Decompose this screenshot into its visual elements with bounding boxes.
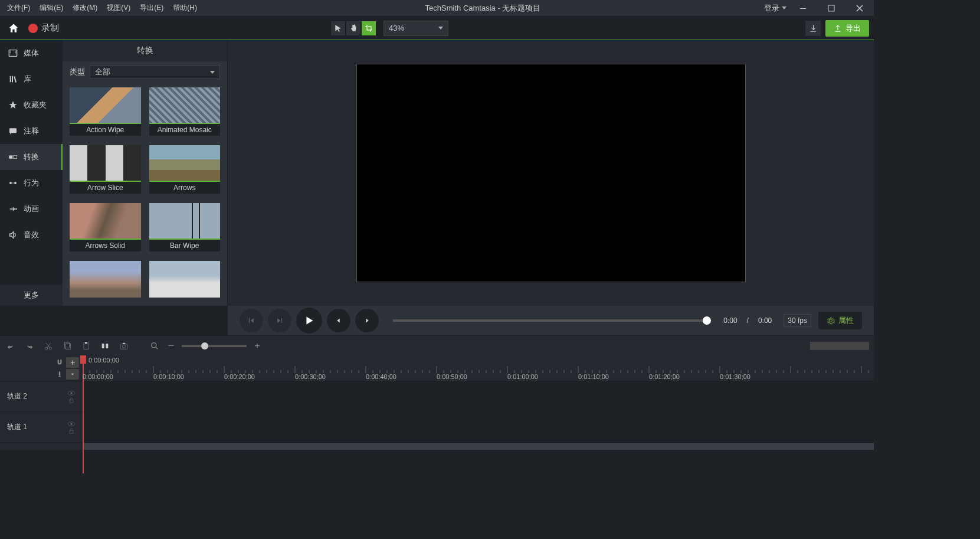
copy-button[interactable] <box>61 340 73 352</box>
svg-rect-0 <box>800 8 806 9</box>
slider-handle[interactable] <box>201 342 208 349</box>
scrubber-handle[interactable] <box>703 316 711 325</box>
sidebar-item-media[interactable]: 媒体 <box>0 40 63 66</box>
menu-export[interactable]: 导出(E) <box>135 1 168 15</box>
track-header[interactable]: 轨道 1 <box>0 412 83 442</box>
dropdown-icon <box>438 27 443 30</box>
zoom-out-button[interactable]: − <box>165 340 177 352</box>
maximize-button[interactable] <box>820 0 843 17</box>
menu-edit[interactable]: 编辑(E) <box>35 1 68 15</box>
crop-tool[interactable] <box>361 21 376 36</box>
login-button[interactable]: 登录 <box>764 3 786 14</box>
prev-frame-button[interactable] <box>240 309 263 332</box>
playback-scrubber[interactable] <box>393 319 707 322</box>
cursor-tool[interactable] <box>330 21 346 36</box>
timeline-zoom-slider[interactable] <box>182 345 247 347</box>
next-frame-button[interactable] <box>268 309 291 332</box>
collapse-tracks-button[interactable] <box>66 369 79 380</box>
svg-rect-8 <box>9 155 12 158</box>
track-controls <box>67 421 76 434</box>
download-button[interactable] <box>805 21 821 36</box>
sidebar-item-animations[interactable]: 动画 <box>0 196 63 222</box>
menu-help[interactable]: 帮助(H) <box>168 1 202 15</box>
menu-modify[interactable]: 修改(M) <box>68 1 102 15</box>
sidebar-label: 收藏夹 <box>24 100 47 110</box>
transition-item[interactable]: Arrow Slice <box>70 145 141 197</box>
zoom-in-button[interactable]: + <box>251 340 263 352</box>
lock-icon[interactable] <box>67 397 76 403</box>
transition-item[interactable] <box>149 261 221 301</box>
svg-rect-19 <box>102 344 104 348</box>
close-button[interactable] <box>848 0 871 17</box>
sidebar-label: 转换 <box>24 152 39 162</box>
svg-point-23 <box>152 342 156 347</box>
home-button[interactable] <box>5 19 22 37</box>
preview-canvas[interactable] <box>356 64 746 282</box>
lock-icon[interactable] <box>67 428 76 434</box>
svg-rect-7 <box>9 128 17 133</box>
magnet-icon[interactable] <box>55 358 64 367</box>
sidebar-more[interactable]: 更多 <box>0 285 63 306</box>
transition-item[interactable]: Action Wipe <box>70 87 141 139</box>
paste-button[interactable] <box>80 340 92 352</box>
audio-icon <box>8 230 18 240</box>
type-dropdown[interactable]: 全部 <box>90 65 220 79</box>
timeline-scrollbar[interactable] <box>83 443 874 450</box>
fps-display[interactable]: 30 fps <box>784 314 811 327</box>
sidebar-item-audio[interactable]: 音效 <box>0 222 63 248</box>
eye-icon[interactable] <box>67 390 76 396</box>
svg-point-11 <box>14 182 17 184</box>
library-icon <box>8 74 18 84</box>
play-button[interactable] <box>296 308 322 334</box>
hand-tool[interactable] <box>346 21 361 36</box>
sidebar-item-favorites[interactable]: 收藏夹 <box>0 92 63 118</box>
add-track-button[interactable]: + <box>66 357 79 368</box>
transitions-icon <box>8 152 18 162</box>
step-forward-button[interactable] <box>355 309 379 332</box>
export-button[interactable]: 导出 <box>825 20 869 37</box>
zoom-dropdown[interactable]: 43% <box>384 21 448 36</box>
timeline-ruler[interactable]: 0:00:00;00 0:00:00;000:00:10;000:00:20;0… <box>83 355 874 381</box>
sidebar-label: 音效 <box>24 230 39 240</box>
media-icon <box>8 48 18 58</box>
minimize-button[interactable] <box>791 0 815 17</box>
transition-item[interactable]: Arrows Solid <box>70 203 141 255</box>
transition-item[interactable]: Animated Mosaic <box>149 87 221 139</box>
marker-icon[interactable] <box>55 370 64 378</box>
track-body[interactable] <box>83 381 874 411</box>
sidebar-item-library[interactable]: 库 <box>0 66 63 92</box>
transition-label: Arrows Solid <box>70 240 141 251</box>
timeline-minimap[interactable] <box>810 342 869 350</box>
svg-rect-24 <box>59 371 60 375</box>
sidebar-item-annotations[interactable]: 注释 <box>0 118 63 144</box>
snapshot-button[interactable] <box>118 340 130 352</box>
sidebar-item-behaviors[interactable]: 行为 <box>0 170 63 196</box>
ruler-mark: 0:01:30;00 <box>720 373 750 380</box>
split-button[interactable] <box>99 340 111 352</box>
track-name: 轨道 2 <box>7 391 27 401</box>
export-label: 导出 <box>845 23 861 34</box>
track-body[interactable] <box>83 412 874 442</box>
ruler-mark: 0:00:30;00 <box>295 373 326 380</box>
undo-button[interactable] <box>5 340 17 352</box>
svg-rect-17 <box>84 342 89 349</box>
panel-title: 转换 <box>63 40 227 61</box>
properties-button[interactable]: 属性 <box>818 312 862 329</box>
login-label: 登录 <box>764 3 779 14</box>
track-header[interactable]: 轨道 2 <box>0 381 83 411</box>
svg-rect-15 <box>64 342 69 348</box>
sidebar-item-transitions[interactable]: 转换 <box>0 144 63 170</box>
ruler-mark: 0:01:20;00 <box>649 373 680 380</box>
track-row: 轨道 1 <box>0 412 874 443</box>
menu-file[interactable]: 文件(F) <box>2 1 35 15</box>
record-button[interactable]: 录制 <box>28 22 59 34</box>
svg-rect-1 <box>828 5 834 11</box>
redo-button[interactable] <box>24 340 35 352</box>
transition-item[interactable]: Arrows <box>149 145 221 197</box>
transition-item[interactable] <box>70 261 141 301</box>
eye-icon[interactable] <box>67 421 76 427</box>
menu-view[interactable]: 视图(V) <box>102 1 135 15</box>
cut-button[interactable] <box>42 340 54 352</box>
step-back-button[interactable] <box>327 309 350 332</box>
transition-item[interactable]: Bar Wipe <box>149 203 221 255</box>
